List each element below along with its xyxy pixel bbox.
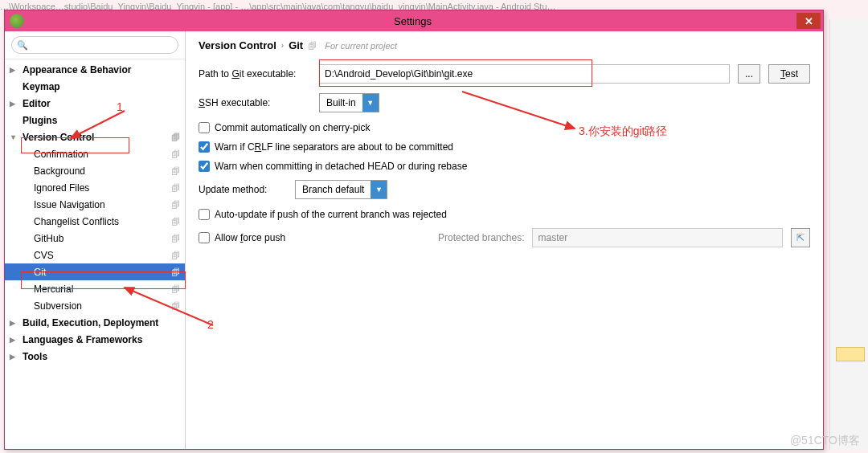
sidebar-item-label: Version Control <box>23 132 94 143</box>
sidebar-item-label: Issue Navigation <box>34 199 105 210</box>
ssh-label: SSH executable: <box>199 97 311 108</box>
sidebar-item-label: Background <box>34 165 85 177</box>
sidebar-item-label: Subversion <box>34 300 82 312</box>
expand-input-button[interactable]: ⇱ <box>791 228 810 247</box>
project-scope-icon: 🗐 <box>171 217 180 226</box>
project-scope-icon: 🗐 <box>171 200 180 210</box>
breadcrumb-a: Version Control <box>199 39 276 51</box>
sidebar-item[interactable]: ▶Appearance & Behavior <box>5 61 185 78</box>
sidebar-item[interactable]: Mercurial🗐 <box>5 280 185 297</box>
sidebar-item[interactable]: Changelist Conflicts🗐 <box>5 213 185 230</box>
breadcrumb: Version Control › Git 🗐 For current proj… <box>199 39 810 51</box>
sidebar-item-label: Build, Execution, Deployment <box>23 317 158 329</box>
sidebar-item-label: Appearance & Behavior <box>23 64 131 76</box>
project-scope-icon: 🗐 <box>171 251 180 260</box>
checkbox-force-push[interactable]: Allow force push <box>199 232 285 243</box>
sidebar-item[interactable]: Keymap <box>5 78 185 95</box>
sidebar-item[interactable]: Plugins <box>5 112 185 129</box>
sidebar-item[interactable]: Git🗐 <box>5 263 185 280</box>
expander-icon[interactable]: ▶ <box>10 66 19 74</box>
sidebar-item[interactable]: Subversion🗐 <box>5 297 185 314</box>
sidebar-item-label: GitHub <box>34 233 63 244</box>
git-path-input[interactable] <box>319 64 730 84</box>
search-icon: 🔍 <box>17 40 28 51</box>
project-scope-icon: 🗐 <box>171 166 180 176</box>
sidebar-item-label: Mercurial <box>34 284 73 295</box>
expander-icon[interactable]: ▶ <box>10 100 19 108</box>
ssh-dropdown[interactable]: Built-in ▼ <box>319 93 379 112</box>
watermark: @51CTO博客 <box>790 434 860 448</box>
sidebar-item-label: Confirmation <box>34 149 88 160</box>
settings-dialog: Settings ✕ 🔍 ▶Appearance & BehaviorKeyma… <box>4 10 824 450</box>
path-label: Path to Git executable: <box>199 68 311 80</box>
sidebar-item-label: Changelist Conflicts <box>34 216 119 227</box>
checkbox-auto-update[interactable]: Auto-update if push of the current branc… <box>199 209 810 220</box>
project-scope-icon: 🗐 <box>171 267 180 277</box>
sidebar-item-label: Plugins <box>23 115 57 126</box>
sidebar-item[interactable]: Issue Navigation🗐 <box>5 196 185 213</box>
search-input[interactable] <box>11 36 178 54</box>
sidebar-item[interactable]: ▶Tools <box>5 348 185 365</box>
settings-main-panel: Version Control › Git 🗐 For current proj… <box>186 31 823 449</box>
close-button[interactable]: ✕ <box>796 13 821 29</box>
settings-tree[interactable]: ▶Appearance & BehaviorKeymap▶EditorPlugi… <box>5 59 185 449</box>
checkbox-crlf[interactable]: Warn if CRLF line separators are about t… <box>199 141 810 153</box>
project-scope-icon: 🗐 <box>171 284 180 294</box>
chevron-down-icon: ▼ <box>371 181 387 198</box>
test-button[interactable]: Test <box>768 64 810 84</box>
breadcrumb-hint: For current project <box>325 41 397 51</box>
browse-button[interactable]: ... <box>738 64 760 84</box>
sidebar-item-label: Git <box>34 267 46 278</box>
sidebar-item[interactable]: Background🗐 <box>5 162 185 179</box>
sidebar-item-label: Tools <box>23 351 47 362</box>
sidebar-item-label: Editor <box>23 98 51 109</box>
sidebar-item[interactable]: CVS🗐 <box>5 247 185 263</box>
dialog-title: Settings <box>29 15 796 27</box>
sidebar-item[interactable]: Ignored Files🗐 <box>5 179 185 196</box>
sidebar-item[interactable]: ▼Version Control🗐 <box>5 129 185 145</box>
sidebar-item[interactable]: ▶Build, Execution, Deployment <box>5 314 185 331</box>
sidebar-item[interactable]: ▶Editor <box>5 95 185 112</box>
project-scope-icon: 🗐 <box>171 133 180 142</box>
sidebar-item[interactable]: GitHub🗐 <box>5 230 185 247</box>
expander-icon[interactable]: ▶ <box>10 353 19 361</box>
sidebar-item[interactable]: ▶Languages & Frameworks <box>5 331 185 348</box>
sidebar-item[interactable]: Confirmation🗐 <box>5 145 185 162</box>
expander-icon[interactable]: ▶ <box>10 336 19 344</box>
project-scope-icon: 🗐 <box>171 301 180 311</box>
breadcrumb-b: Git <box>289 39 303 51</box>
sidebar-item-label: Ignored Files <box>34 182 89 194</box>
sidebar-item-label: Languages & Frameworks <box>23 334 142 345</box>
project-scope-icon: 🗐 <box>171 183 180 193</box>
project-scope-icon: 🗐 <box>171 234 180 243</box>
project-scope-icon: 🗐 <box>171 149 180 159</box>
protected-branches-label: Protected branches: <box>438 232 524 243</box>
expander-icon[interactable]: ▶ <box>10 319 19 327</box>
dialog-titlebar[interactable]: Settings ✕ <box>5 10 823 31</box>
sidebar-item-label: Keymap <box>23 81 60 92</box>
editor-gutter <box>829 19 868 450</box>
chevron-right-icon: › <box>281 41 284 50</box>
project-scope-icon: 🗐 <box>308 41 317 51</box>
update-method-dropdown[interactable]: Branch default ▼ <box>295 180 387 199</box>
app-icon <box>10 14 24 28</box>
protected-branches-input <box>532 228 783 247</box>
chevron-down-icon: ▼ <box>362 94 379 112</box>
expander-icon[interactable]: ▼ <box>10 133 19 141</box>
checkbox-detached-head[interactable]: Warn when committing in detached HEAD or… <box>199 161 810 172</box>
settings-sidebar: 🔍 ▶Appearance & BehaviorKeymap▶EditorPlu… <box>5 31 186 449</box>
sidebar-item-label: CVS <box>34 250 54 261</box>
update-method-label: Update method: <box>199 184 287 195</box>
checkbox-cherry-pick[interactable]: Commit automatically on cherry-pick <box>199 122 810 133</box>
